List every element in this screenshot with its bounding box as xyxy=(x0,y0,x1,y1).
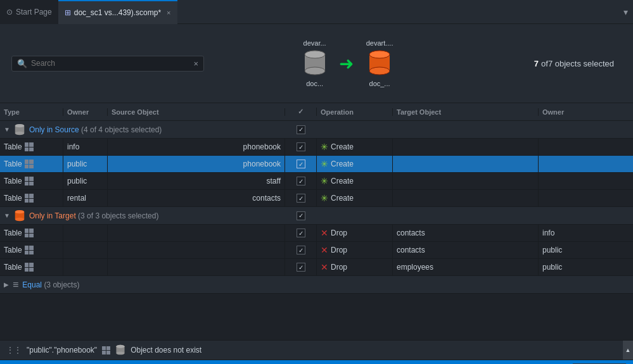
operation-label: Drop xyxy=(331,246,347,254)
row-operation: ✕ Drop xyxy=(317,259,393,275)
row-checkbox[interactable] xyxy=(297,177,305,185)
doc-icon: ⊞ xyxy=(65,8,71,17)
scroll-up-button[interactable]: ▲ xyxy=(623,341,633,360)
source-db-icon xyxy=(304,49,326,77)
status-bar: Ready Ln 2 Col 4 Ch 0 Expand Panel xyxy=(0,360,633,364)
row-checkbox[interactable] xyxy=(297,142,305,151)
collapse-source-icon[interactable]: ▼ xyxy=(4,126,10,133)
target-db-small-icon xyxy=(14,210,25,222)
selection-info: 7 of 7 objects selected xyxy=(487,59,627,68)
row-type: Table xyxy=(0,225,63,241)
source-db-label: devar... xyxy=(304,39,326,47)
section-only-in-target[interactable]: ▼ Only in Target (3 of 3 objects selecte… xyxy=(0,207,633,225)
svg-point-6 xyxy=(369,67,390,75)
row-check[interactable] xyxy=(285,190,317,206)
table-row[interactable]: Table rental contacts ✳ Create xyxy=(0,190,633,207)
svg-point-3 xyxy=(305,51,325,58)
row-owner: rental xyxy=(63,190,108,206)
table-row[interactable]: Table public phonebook ✳ Create xyxy=(0,156,633,173)
bottom-info-bar: ⋮⋮ "public"."phonebook" Object does not … xyxy=(0,340,633,360)
create-icon: ✳ xyxy=(321,159,328,169)
row-target-owner xyxy=(539,173,589,189)
search-box: 🔍 × xyxy=(11,56,204,72)
search-input[interactable] xyxy=(31,59,189,68)
table-grid-icon xyxy=(25,160,34,168)
start-page-icon: ⊙ xyxy=(6,8,13,16)
title-bar: ⊙ Start Page ⊞ doc_sc1 vs...439).scomp* … xyxy=(0,0,633,24)
table-row[interactable]: Table info phonebook ✳ Create xyxy=(0,139,633,156)
title-bar-menu[interactable]: ▾ xyxy=(623,7,633,17)
row-target-object xyxy=(393,173,539,189)
bottom-db-icon xyxy=(115,344,125,356)
row-type: Table xyxy=(0,259,63,275)
target-db: devart.... doc_... xyxy=(366,39,393,87)
table-grid-icon xyxy=(25,142,34,151)
row-checkbox[interactable] xyxy=(297,263,305,272)
row-check[interactable] xyxy=(285,173,317,189)
collapse-equal-icon[interactable]: ▶ xyxy=(4,281,9,288)
row-owner: info xyxy=(63,139,108,155)
section-source-check[interactable] xyxy=(285,125,317,134)
section-target-check[interactable] xyxy=(285,211,317,220)
tab-active-doc[interactable]: ⊞ doc_sc1 vs...439).scomp* × xyxy=(58,0,177,24)
row-check[interactable] xyxy=(285,225,317,241)
section-target-checkbox[interactable] xyxy=(297,211,305,220)
operation-label: Create xyxy=(331,177,354,185)
target-db-icon xyxy=(368,49,391,77)
row-checkbox[interactable] xyxy=(297,246,305,254)
table-row[interactable]: Table ✕ Drop employees public xyxy=(0,259,633,276)
operation-label: Drop xyxy=(331,229,347,237)
svg-point-2 xyxy=(305,67,325,75)
operation-label: Drop xyxy=(331,263,347,272)
row-checkbox[interactable] xyxy=(297,160,305,168)
col-target-object: Target Object xyxy=(393,108,539,116)
target-db-label: devart.... xyxy=(366,39,393,47)
operation-label: Create xyxy=(331,142,354,151)
row-checkbox[interactable] xyxy=(297,229,305,237)
col-check: ✓ xyxy=(285,108,317,116)
target-db-name: doc_... xyxy=(369,80,390,87)
tab-start-page[interactable]: ⊙ Start Page xyxy=(0,0,58,24)
section-equal[interactable]: ▶ ≡ Equal (3 objects) xyxy=(0,276,633,294)
row-check[interactable] xyxy=(285,139,317,155)
resize-handle: ⋮⋮ xyxy=(6,346,22,355)
close-tab-button[interactable]: × xyxy=(167,9,170,16)
section-only-in-source[interactable]: ▼ Only in Source (4 of 4 objects selecte… xyxy=(0,121,633,139)
col-type: Type xyxy=(0,108,63,116)
row-check[interactable] xyxy=(285,156,317,172)
bottom-info-text: "public"."phonebook" xyxy=(27,346,97,355)
equal-icon: ≡ xyxy=(13,279,18,291)
search-clear-button[interactable]: × xyxy=(193,59,198,68)
drop-icon: ✕ xyxy=(321,262,328,272)
section-source-checkbox[interactable] xyxy=(297,125,305,134)
row-check[interactable] xyxy=(285,242,317,258)
col-operation: Operation xyxy=(317,108,393,116)
collapse-target-icon[interactable]: ▼ xyxy=(4,212,10,219)
row-target-owner xyxy=(539,139,589,155)
section-only-in-target-title: ▼ Only in Target (3 of 3 objects selecte… xyxy=(0,210,285,222)
search-icon: 🔍 xyxy=(17,59,27,68)
row-target-owner: public xyxy=(539,242,589,258)
row-target-owner xyxy=(539,190,589,206)
source-db-small-icon xyxy=(14,123,25,136)
bottom-object-status: Object does not exist xyxy=(131,346,201,355)
row-source-object: contacts xyxy=(108,190,285,206)
search-area: 🔍 × xyxy=(6,51,209,77)
table-row[interactable]: Table ✕ Drop contacts public xyxy=(0,242,633,259)
row-source-object: phonebook xyxy=(108,139,285,155)
drop-icon: ✕ xyxy=(321,245,328,255)
row-type: Table xyxy=(0,139,63,155)
table-row[interactable]: Table ✕ Drop contacts info xyxy=(0,225,633,242)
selection-total: 7 xyxy=(548,59,553,68)
bottom-table-icon xyxy=(102,346,110,355)
svg-point-19 xyxy=(117,345,125,348)
section-only-in-source-title: ▼ Only in Source (4 of 4 objects selecte… xyxy=(0,123,285,136)
operation-label: Create xyxy=(331,194,354,203)
row-checkbox[interactable] xyxy=(297,194,305,203)
row-target-object xyxy=(393,139,539,155)
row-check[interactable] xyxy=(285,259,317,275)
table-row[interactable]: Table public staff ✳ Create xyxy=(0,173,633,190)
table-grid-icon xyxy=(25,229,34,237)
svg-point-14 xyxy=(15,217,25,220)
table-grid-icon xyxy=(25,177,34,185)
